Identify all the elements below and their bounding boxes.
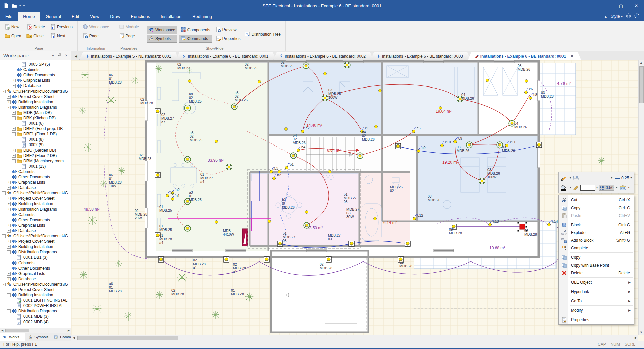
socket-symbol[interactable] xyxy=(158,257,164,262)
tree-expander-icon[interactable]: + xyxy=(12,79,16,82)
tree-item[interactable]: -C:\Users\Public\Documents\IG xyxy=(0,233,71,239)
qat-customize-icon[interactable]: ≂ xyxy=(23,4,26,7)
page-button[interactable]: Page xyxy=(117,32,141,40)
mdb-panel-symbol[interactable] xyxy=(242,229,248,246)
tree-expander-icon[interactable]: - xyxy=(12,159,16,163)
properties-button[interactable]: Properties xyxy=(214,35,243,43)
scroll-left-icon[interactable]: ◀ xyxy=(71,335,76,340)
panel-tab-works[interactable]: Works... xyxy=(0,333,25,341)
tree-expander-icon[interactable]: - xyxy=(12,116,16,120)
tree-item[interactable]: 0001 LIGHTING INSTAL xyxy=(0,298,71,303)
lamp-symbol[interactable] xyxy=(231,104,237,110)
lamp-symbol[interactable] xyxy=(344,62,350,68)
lamp-symbol[interactable] xyxy=(184,225,191,231)
next-button[interactable]: Next xyxy=(48,32,75,40)
tree-expander-icon[interactable]: + xyxy=(7,245,11,249)
tree-item[interactable]: +Database xyxy=(0,83,71,89)
tree-item[interactable]: 0005 SP (5) xyxy=(0,62,71,67)
tree-expander-icon[interactable]: + xyxy=(7,95,11,99)
tree-item[interactable]: Other Documents xyxy=(0,266,71,271)
tree-item[interactable]: Cabinets xyxy=(0,169,71,174)
panel-pin-icon[interactable] xyxy=(57,53,62,58)
fill-color-dropdown-icon[interactable]: ▾ xyxy=(569,186,572,189)
tree-item[interactable]: -DBK (Kitchen DB) xyxy=(0,115,71,121)
tab-redlining[interactable]: RedLining xyxy=(187,12,217,21)
tree-item[interactable]: 0001 MDB (3) xyxy=(0,314,71,319)
tree-expander-icon[interactable]: - xyxy=(7,106,11,109)
tree-item[interactable]: Other Documents xyxy=(0,174,71,180)
menu-item-explode[interactable]: ExplodeAlt+G xyxy=(559,229,633,236)
grid-dropdown-icon[interactable]: ▾ xyxy=(615,186,618,189)
grid-snap-cell[interactable]: 0.50 xyxy=(599,185,614,191)
menu-item-copy-with-base-point[interactable]: Copy with Base Point xyxy=(559,261,633,269)
menu-item-add-to-block[interactable]: Add to BlockShift+G xyxy=(559,236,633,244)
socket-symbol[interactable] xyxy=(395,143,401,149)
tree-item[interactable]: -C:\Users\Public\Documents\IG xyxy=(0,89,71,94)
tree-item[interactable]: -DBF1 (Floor 1 DB) xyxy=(0,131,71,137)
workspace-button[interactable]: Workspace xyxy=(147,26,177,34)
line-width-value[interactable]: 0.25 xyxy=(621,176,629,180)
tree-item[interactable]: Other Documents xyxy=(0,217,71,223)
lamp-symbol[interactable] xyxy=(479,178,485,184)
tree-item[interactable]: +DBFP (Food prep. DB xyxy=(0,126,71,131)
tab-file[interactable]: File xyxy=(0,12,18,21)
tree-expander-icon[interactable]: + xyxy=(7,277,11,281)
tab-functions[interactable]: Functions xyxy=(126,12,155,21)
tab-view[interactable]: View xyxy=(85,12,105,21)
lamp-symbol[interactable] xyxy=(466,142,472,148)
tree-item[interactable]: 0001 (8) xyxy=(0,137,71,142)
menu-item-block[interactable]: BlockCtrl+G xyxy=(559,221,633,229)
tree-expander-icon[interactable]: + xyxy=(7,186,11,190)
menu-item-copy[interactable]: Copy xyxy=(559,253,633,261)
tree-expander-icon[interactable]: - xyxy=(12,132,16,136)
scroll-right-icon[interactable]: ▶ xyxy=(633,335,638,340)
tree-expander-icon[interactable]: + xyxy=(12,111,16,115)
tree-item[interactable]: +Project Cover Sheet xyxy=(0,94,71,99)
collapse-ribbon-icon[interactable]: ▲ xyxy=(604,15,607,18)
tree-item[interactable]: +Building Installation xyxy=(0,244,71,249)
document-tab-4[interactable]: Installations - Example 6 - BE standard:… xyxy=(371,52,471,60)
menu-item-cut[interactable]: CutCtrl+X xyxy=(559,196,633,204)
tree-expander-icon[interactable]: + xyxy=(12,154,16,158)
style-dropdown[interactable]: Style ▾ xyxy=(611,14,623,19)
scrollbar-thumb[interactable] xyxy=(5,329,29,332)
tree-item[interactable]: -Distribution Diagrams xyxy=(0,249,71,255)
tree-expander-icon[interactable]: - xyxy=(2,90,6,93)
tree-expander-icon[interactable]: + xyxy=(7,202,11,206)
tree-item[interactable]: 0002 (9) xyxy=(0,142,71,148)
scroll-right-icon[interactable]: ▶ xyxy=(66,328,71,333)
previous-button[interactable]: Previous xyxy=(48,23,75,31)
lamp-symbol[interactable] xyxy=(226,164,232,170)
tab-installation[interactable]: Installation xyxy=(155,12,187,21)
tree-item[interactable]: +Distribution Diagrams xyxy=(0,207,71,212)
fill-swatch-dropdown-icon[interactable]: ▾ xyxy=(596,186,598,189)
socket-symbol[interactable] xyxy=(536,142,542,148)
tree-item[interactable]: 0002 POWER INSTAL xyxy=(0,303,71,308)
tab-home[interactable]: Home xyxy=(18,12,40,21)
tree-expander-icon[interactable]: + xyxy=(7,272,11,276)
delete-button[interactable]: Delete xyxy=(24,23,47,31)
socket-symbol[interactable] xyxy=(224,257,229,262)
menu-item-go-to[interactable]: Go To▶ xyxy=(559,297,633,305)
tree-item[interactable]: -Distribution Diagrams xyxy=(0,105,71,110)
socket-symbol[interactable] xyxy=(277,241,283,246)
socket-symbol[interactable] xyxy=(155,172,160,178)
layers-icon[interactable] xyxy=(619,185,627,191)
tree-item[interactable]: +Building Installation xyxy=(0,201,71,207)
tree-expander-icon[interactable]: - xyxy=(7,309,11,313)
qat-dropdown-icon[interactable]: ▾ xyxy=(19,4,21,7)
preview-button[interactable]: Preview xyxy=(214,26,243,34)
menu-item-hyperlink[interactable]: HyperLink▶ xyxy=(559,288,633,295)
tree-item[interactable]: -DBM (Machinery room xyxy=(0,158,71,164)
tree-item[interactable]: -C:\Users\Public\Documents\IG xyxy=(0,190,71,196)
tree-expander-icon[interactable]: + xyxy=(12,127,16,131)
tree-expander-icon[interactable]: + xyxy=(7,181,11,184)
line-color-pen-icon[interactable] xyxy=(560,175,568,181)
document-tab-1[interactable]: Installations - Example 5 - NL standard:… xyxy=(79,52,179,60)
new-button[interactable]: New xyxy=(3,23,23,31)
lamp-symbol[interactable] xyxy=(290,153,297,159)
document-tab-3[interactable]: Installations - Example 6 - BE standard:… xyxy=(273,52,373,60)
tree-expander-icon[interactable]: + xyxy=(7,229,11,233)
scroll-up-icon[interactable]: ▲ xyxy=(639,60,644,65)
page-button[interactable]: iPage xyxy=(80,32,111,40)
